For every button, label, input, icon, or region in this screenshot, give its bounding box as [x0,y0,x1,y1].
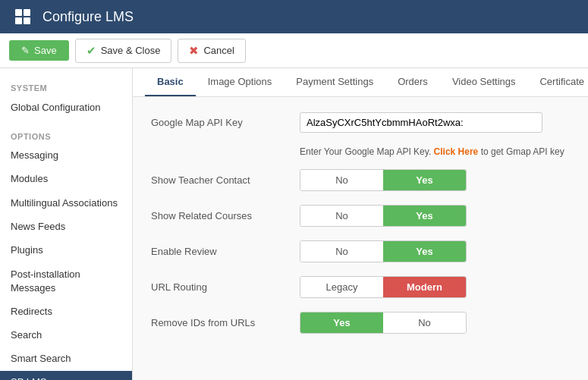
app-header: Configure LMS [0,0,588,33]
remove-ids-yes[interactable]: Yes [300,312,383,333]
enable-review-label: Enable Review [151,246,288,257]
sidebar-item-news-feeds[interactable]: News Feeds [0,215,132,239]
system-section-label: SYSTEM [0,77,132,96]
svg-rect-2 [15,17,22,24]
save-close-button[interactable]: ✔ Save & Close [75,39,172,63]
app-logo-icon [12,6,33,27]
show-related-courses-no[interactable]: No [300,206,383,226]
google-map-api-input[interactable] [300,112,542,133]
remove-ids-row: Remove IDs from URLs Yes No [151,312,570,334]
form-content: Google Map API Key Enter Your Google Map… [133,97,588,363]
remove-ids-label: Remove IDs from URLs [151,317,288,328]
sidebar-item-post-installation-messages[interactable]: Post-installation Messages [0,262,132,300]
enable-review-no[interactable]: No [300,241,383,262]
tab-basic[interactable]: Basic [145,68,196,96]
check-icon: ✔ [86,44,96,58]
tab-orders[interactable]: Orders [385,68,440,96]
show-related-courses-yes[interactable]: Yes [383,206,466,226]
url-routing-label: URL Routing [151,281,288,293]
x-icon: ✖ [189,44,199,58]
sidebar-item-messaging[interactable]: Messaging [0,144,132,168]
remove-ids-toggle: Yes No [300,312,467,334]
page-title: Configure LMS [42,9,134,25]
save-icon: ✎ [21,45,30,56]
show-teacher-contact-no[interactable]: No [300,170,383,190]
enable-review-yes[interactable]: Yes [383,241,466,262]
url-routing-toggle: Legacy Modern [300,276,467,298]
tab-bar: Basic Image Options Payment Settings Ord… [133,68,588,97]
options-section-label: OPTIONS [0,126,132,144]
svg-rect-1 [24,9,30,16]
show-related-courses-label: Show Related Courses [151,210,288,221]
show-teacher-contact-toggle: No Yes [300,169,467,191]
click-here-link[interactable]: Click Here [434,146,479,157]
main-content: Basic Image Options Payment Settings Ord… [133,68,588,380]
url-routing-modern[interactable]: Modern [383,277,466,297]
tab-certificate[interactable]: Certificate [527,68,588,96]
show-teacher-contact-label: Show Teacher Contact [151,174,288,186]
enable-review-row: Enable Review No Yes [151,240,570,262]
show-related-courses-toggle: No Yes [300,205,467,227]
svg-rect-3 [24,17,30,24]
sidebar-item-search[interactable]: Search [0,324,132,347]
toolbar: ✎ Save ✔ Save & Close ✖ Cancel [0,33,588,68]
sidebar-item-sp-lms[interactable]: SP LMS [0,371,132,380]
sidebar: SYSTEM Global Configuration OPTIONS Mess… [0,68,133,380]
show-teacher-contact-yes[interactable]: Yes [383,170,466,190]
sidebar-item-modules[interactable]: Modules [0,168,132,191]
google-map-api-label: Google Map API Key [151,117,288,128]
sidebar-item-smart-search[interactable]: Smart Search [0,347,132,371]
sidebar-item-multilingual-associations[interactable]: Multilingual Associations [0,191,132,215]
google-map-hint: Enter Your Google Map API Key. Click Her… [151,146,570,157]
show-related-courses-row: Show Related Courses No Yes [151,205,570,227]
tab-video-settings[interactable]: Video Settings [440,68,528,96]
main-layout: SYSTEM Global Configuration OPTIONS Mess… [0,68,588,380]
sidebar-item-redirects[interactable]: Redirects [0,300,132,324]
url-routing-row: URL Routing Legacy Modern [151,276,570,298]
sidebar-item-plugins[interactable]: Plugins [0,239,132,262]
remove-ids-no[interactable]: No [383,312,466,333]
svg-rect-0 [15,9,22,16]
google-map-api-row: Google Map API Key [151,112,570,133]
save-button[interactable]: ✎ Save [9,40,69,61]
show-teacher-contact-row: Show Teacher Contact No Yes [151,169,570,191]
cancel-button[interactable]: ✖ Cancel [178,39,245,63]
url-routing-legacy[interactable]: Legacy [300,277,383,297]
enable-review-toggle: No Yes [300,240,467,262]
sidebar-item-global-configuration[interactable]: Global Configuration [0,96,132,120]
tab-payment-settings[interactable]: Payment Settings [284,68,385,96]
tab-image-options[interactable]: Image Options [196,68,285,96]
